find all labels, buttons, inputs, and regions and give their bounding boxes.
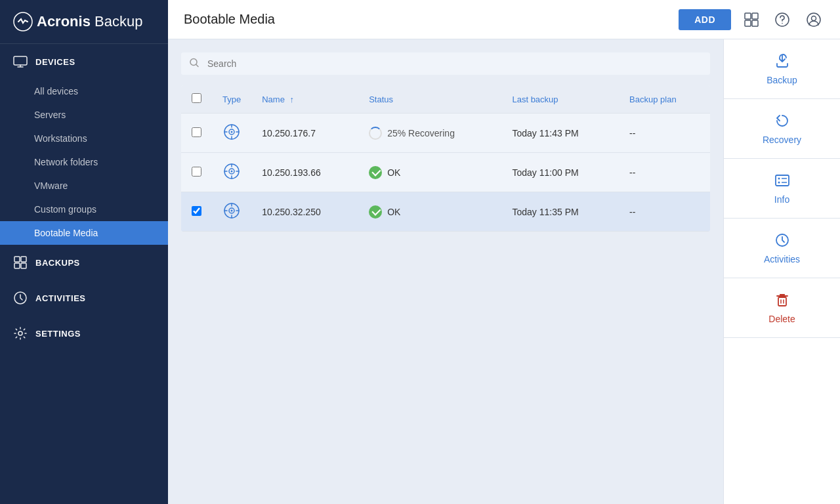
devices-icon: [13, 54, 28, 69]
panel-delete[interactable]: Delete: [724, 278, 840, 338]
nav-activities[interactable]: ACTIVITIES: [0, 280, 168, 316]
settings-icon: [13, 326, 28, 341]
devices-table: Type Name ↑ Status Last backup: [181, 85, 710, 232]
panel-recovery-label: Recovery: [763, 135, 801, 145]
row-name-cell: 10.250.176.7: [251, 114, 358, 153]
logo-icon: [13, 12, 33, 32]
svg-rect-44: [778, 297, 786, 306]
svg-point-7: [18, 331, 22, 335]
bootable-device-icon: [222, 162, 241, 180]
app-logo: Acronis Backup: [0, 0, 168, 44]
sidebar-item-all-devices[interactable]: All devices: [0, 79, 168, 103]
svg-rect-8: [745, 13, 751, 19]
status-recovering: 25% Recovering: [369, 127, 491, 140]
bootable-device-icon: [222, 123, 241, 141]
ok-icon: [369, 205, 382, 219]
row-name-cell: 10.250.193.66: [251, 153, 358, 192]
status-text: 25% Recovering: [387, 128, 455, 138]
content-area: Type Name ↑ Status Last backup: [168, 39, 840, 504]
search-icon: [189, 58, 200, 70]
page-header: Bootable Media ADD: [168, 0, 840, 39]
svg-point-40: [778, 182, 780, 184]
status-ok: OK: [369, 166, 491, 179]
col-name[interactable]: Name ↑: [251, 85, 358, 114]
panel-info[interactable]: Info: [724, 159, 840, 219]
svg-rect-11: [752, 20, 758, 26]
backups-icon: [13, 255, 28, 270]
name-sort-icon: ↑: [290, 94, 295, 104]
header-actions: ADD: [679, 9, 824, 30]
panel-recovery[interactable]: Recovery: [724, 99, 840, 159]
bootable-device-icon: [222, 201, 241, 220]
svg-point-26: [231, 171, 233, 173]
backup-time: Today 11:00 PM: [512, 167, 578, 178]
svg-rect-3: [21, 257, 26, 262]
panel-activities[interactable]: Activities: [724, 219, 840, 278]
row-checkbox[interactable]: [192, 167, 201, 177]
search-input[interactable]: [181, 52, 710, 75]
row-checkbox-cell[interactable]: [181, 153, 212, 192]
select-all-header[interactable]: [181, 85, 212, 114]
status-text: OK: [387, 167, 400, 178]
svg-point-33: [231, 210, 233, 212]
devices-sub-menu: All devices Servers Workstations Network…: [0, 79, 168, 245]
add-button[interactable]: ADD: [679, 9, 731, 30]
sidebar-item-vmware[interactable]: VMware: [0, 174, 168, 198]
row-status-cell: OK: [358, 192, 501, 232]
svg-rect-1: [14, 56, 27, 65]
layout-icon: [744, 12, 759, 27]
activities-panel-icon: [774, 232, 791, 249]
row-status-cell: OK: [358, 153, 501, 192]
main-content: Bootable Media ADD: [168, 0, 840, 504]
row-type-cell: [212, 114, 251, 153]
page-title: Bootable Media: [184, 12, 275, 27]
activities-icon: [13, 291, 28, 305]
sidebar-item-servers[interactable]: Servers: [0, 103, 168, 127]
svg-point-19: [231, 131, 233, 133]
spinner-icon: [369, 127, 382, 140]
sidebar-item-workstations[interactable]: Workstations: [0, 127, 168, 150]
col-type: Type: [212, 85, 251, 114]
sidebar-item-bootable-media[interactable]: Bootable Media: [0, 221, 168, 245]
backup-time: Today 11:43 PM: [512, 128, 578, 138]
help-icon: [774, 12, 790, 28]
right-panel: Backup Recovery Info: [723, 39, 840, 504]
backup-time: Today 11:35 PM: [512, 207, 578, 217]
panel-info-label: Info: [774, 194, 789, 205]
row-checkbox-cell[interactable]: [181, 192, 212, 232]
user-account-button[interactable]: [803, 9, 824, 30]
svg-rect-2: [14, 257, 20, 262]
select-all-checkbox[interactable]: [192, 93, 201, 103]
layout-toggle-button[interactable]: [742, 10, 761, 30]
svg-rect-38: [776, 175, 789, 186]
sidebar-item-network-folders[interactable]: Network folders: [0, 150, 168, 174]
sidebar-item-custom-groups[interactable]: Custom groups: [0, 198, 168, 221]
nav-settings[interactable]: SETTINGS: [0, 316, 168, 351]
devices-section: DEVICES All devices Servers Workstations…: [0, 44, 168, 245]
user-icon: [806, 12, 822, 28]
row-last-backup-cell: Today 11:35 PM: [501, 192, 619, 232]
panel-activities-label: Activities: [764, 254, 800, 264]
panel-backup[interactable]: Backup: [724, 39, 840, 99]
row-checkbox[interactable]: [192, 206, 201, 216]
col-last-backup: Last backup: [501, 85, 619, 114]
svg-point-13: [782, 22, 783, 24]
table-header-row: Type Name ↑ Status Last backup: [181, 85, 710, 114]
row-checkbox[interactable]: [192, 127, 201, 137]
info-panel-icon: [774, 172, 791, 189]
status-ok: OK: [369, 205, 491, 219]
col-status: Status: [358, 85, 501, 114]
svg-rect-9: [752, 13, 758, 19]
panel-delete-label: Delete: [768, 314, 795, 324]
backup-icon: [774, 52, 791, 70]
nav-backups[interactable]: BACKUPS: [0, 245, 168, 280]
row-checkbox-cell[interactable]: [181, 114, 212, 153]
row-last-backup-cell: Today 11:00 PM: [501, 153, 619, 192]
col-backup-plan: Backup plan: [619, 85, 710, 114]
delete-icon: [774, 291, 791, 308]
help-button[interactable]: [772, 9, 793, 30]
table-row: 10.250.176.7 25% Recovering Today 11:43 …: [181, 114, 710, 153]
row-last-backup-cell: Today 11:43 PM: [501, 114, 619, 153]
table-row: 10.250.193.66 OK Today 11:00 PM--: [181, 153, 710, 192]
nav-devices[interactable]: DEVICES: [0, 44, 168, 79]
